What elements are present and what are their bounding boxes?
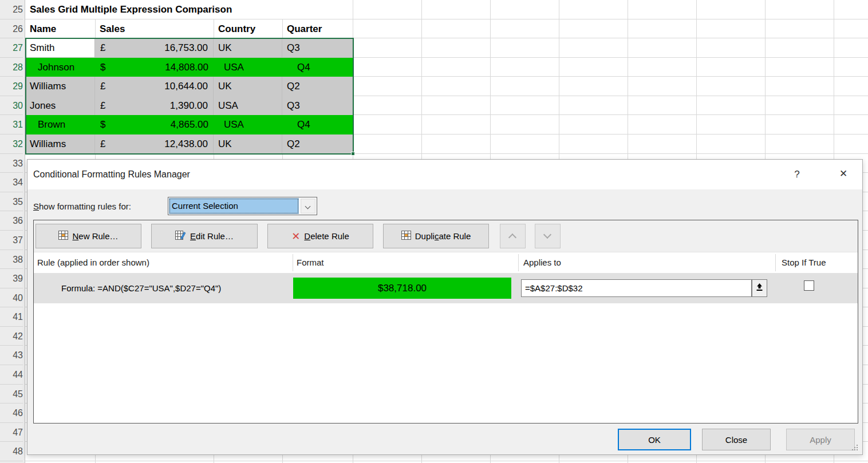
row-header-29[interactable]: 29	[0, 77, 23, 96]
row-header-47[interactable]: 47	[0, 423, 23, 442]
applies-to-input[interactable]	[521, 279, 752, 297]
sheet-title-cell[interactable]: Sales Grid Multiple Expression Compariso…	[25, 0, 346, 19]
resize-grip[interactable]	[852, 444, 859, 451]
cell-name[interactable]: Williams	[25, 77, 95, 96]
column-separator	[518, 254, 519, 271]
row-header-45[interactable]: 45	[0, 385, 23, 404]
cell-country[interactable]: UK	[214, 38, 282, 58]
rules-list: New Rule… Edit Rule… ✕ Delete Rule Dupli…	[33, 220, 858, 424]
cell-name[interactable]: Smith	[25, 38, 95, 58]
new-rule-grid-icon	[58, 231, 68, 242]
apply-button[interactable]: Apply	[786, 429, 855, 450]
row-header-46[interactable]: 46	[0, 403, 23, 423]
header-quarter[interactable]: Quarter	[282, 19, 353, 38]
cell-quarter[interactable]: Q4	[282, 58, 353, 77]
row-header-43[interactable]: 43	[0, 346, 23, 365]
close-icon[interactable]: ✕	[834, 160, 853, 189]
cell-country[interactable]: USA	[214, 96, 282, 116]
dialog-title: Conditional Formatting Rules Manager	[33, 160, 190, 189]
table-row: Smith £16,753.00 UK Q3	[25, 38, 353, 58]
row-header-31[interactable]: 31	[0, 115, 23, 134]
stop-if-true-checkbox[interactable]	[804, 280, 814, 291]
cell-country[interactable]: USA	[214, 58, 282, 77]
row-header-32[interactable]: 32	[0, 134, 23, 154]
cell-sales[interactable]: $4,865.00	[95, 115, 214, 134]
currency-symbol: £	[100, 96, 105, 115]
row-header-35[interactable]: 35	[0, 192, 23, 212]
edit-rule-button[interactable]: Edit Rule…	[151, 224, 258, 248]
format-preview: $38,718.00	[293, 278, 511, 299]
cell-name[interactable]: Johnson	[25, 58, 95, 77]
row-header-26[interactable]: 26	[0, 19, 23, 39]
header-sales[interactable]: Sales	[95, 19, 214, 38]
move-rule-up-button[interactable]	[500, 224, 526, 248]
delete-rule-button[interactable]: ✕ Delete Rule	[267, 224, 373, 248]
header-country[interactable]: Country	[214, 19, 282, 38]
column-header-rule: Rule (applied in order shown)	[37, 253, 149, 272]
column-separator	[293, 254, 293, 271]
cell-quarter[interactable]: Q2	[282, 77, 353, 96]
currency-symbol: $	[100, 115, 105, 134]
close-button[interactable]: Close	[702, 429, 771, 450]
collapse-range-selector-button[interactable]	[752, 279, 767, 297]
cell-country[interactable]: UK	[214, 77, 282, 96]
rule-description: Formula: =AND($C27="USA",$D27="Q4")	[61, 273, 221, 303]
row-header-42[interactable]: 42	[0, 327, 23, 346]
column-header-stop-if-true: Stop If True	[782, 253, 826, 272]
show-rules-label: Show formatting rules for:	[33, 197, 131, 216]
amount: 14,808.00	[165, 58, 208, 77]
table-header-row: Name Sales Country Quarter	[25, 19, 353, 38]
row-header-28[interactable]: 28	[0, 58, 23, 77]
cell-sales[interactable]: £16,753.00	[95, 38, 214, 58]
cell-quarter[interactable]: Q4	[282, 115, 353, 134]
cell-sales[interactable]: $14,808.00	[95, 58, 214, 77]
currency-symbol: £	[100, 134, 105, 153]
range-selector-icon	[756, 283, 763, 294]
dialog-titlebar[interactable]: Conditional Formatting Rules Manager ? ✕	[27, 160, 862, 189]
cell-quarter[interactable]: Q3	[282, 38, 353, 58]
table-row: Williams £10,644.00 UK Q2	[25, 77, 353, 96]
row-header-37[interactable]: 37	[0, 231, 23, 250]
column-separator	[775, 254, 776, 271]
cell-sales[interactable]: £1,390.00	[95, 96, 214, 116]
move-rule-down-button[interactable]	[535, 224, 561, 248]
rule-row[interactable]: Formula: =AND($C27="USA",$D27="Q4") $38,…	[34, 273, 858, 303]
currency-symbol: £	[100, 77, 105, 96]
duplicate-rule-grid-icon	[401, 231, 411, 242]
new-rule-button[interactable]: New Rule…	[35, 224, 141, 248]
header-name[interactable]: Name	[25, 19, 95, 38]
row-header-40[interactable]: 40	[0, 288, 23, 308]
row-header-38[interactable]: 38	[0, 250, 23, 270]
row-header-36[interactable]: 36	[0, 211, 23, 231]
column-header-applies-to: Applies to	[523, 253, 561, 272]
currency-symbol: £	[100, 38, 105, 57]
row-header-34[interactable]: 34	[0, 173, 23, 192]
cell-country[interactable]: UK	[214, 134, 282, 154]
amount: 1,390.00	[170, 96, 208, 115]
cell-sales[interactable]: £12,438.00	[95, 134, 214, 154]
cell-country[interactable]: USA	[214, 115, 282, 134]
row-header-33[interactable]: 33	[0, 154, 23, 173]
table-row: Jones £1,390.00 USA Q3	[25, 96, 353, 116]
show-rules-dropdown[interactable]: Current Selection	[168, 197, 317, 215]
row-header-44[interactable]: 44	[0, 365, 23, 385]
help-icon[interactable]: ?	[789, 160, 805, 189]
row-header-27[interactable]: 27	[0, 38, 23, 58]
row-header-30[interactable]: 30	[0, 96, 23, 116]
column-header-format: Format	[297, 253, 324, 272]
cell-name[interactable]: Jones	[25, 96, 95, 116]
cell-quarter[interactable]: Q2	[282, 134, 353, 154]
row-header-25[interactable]: 25	[0, 0, 23, 19]
row-header-39[interactable]: 39	[0, 269, 23, 288]
edit-rule-pencil-icon	[175, 231, 186, 242]
cell-name[interactable]: Brown	[25, 115, 95, 134]
duplicate-rule-button[interactable]: Duplicate Rule	[383, 224, 489, 248]
row-header-48[interactable]: 48	[0, 442, 23, 461]
cell-quarter[interactable]: Q3	[282, 96, 353, 116]
cell-name[interactable]: Williams	[25, 134, 95, 154]
chevron-down-icon[interactable]	[301, 199, 315, 213]
cell-sales[interactable]: £10,644.00	[95, 77, 214, 96]
currency-symbol: $	[100, 58, 105, 77]
ok-button[interactable]: OK	[618, 429, 691, 450]
row-header-41[interactable]: 41	[0, 307, 23, 327]
